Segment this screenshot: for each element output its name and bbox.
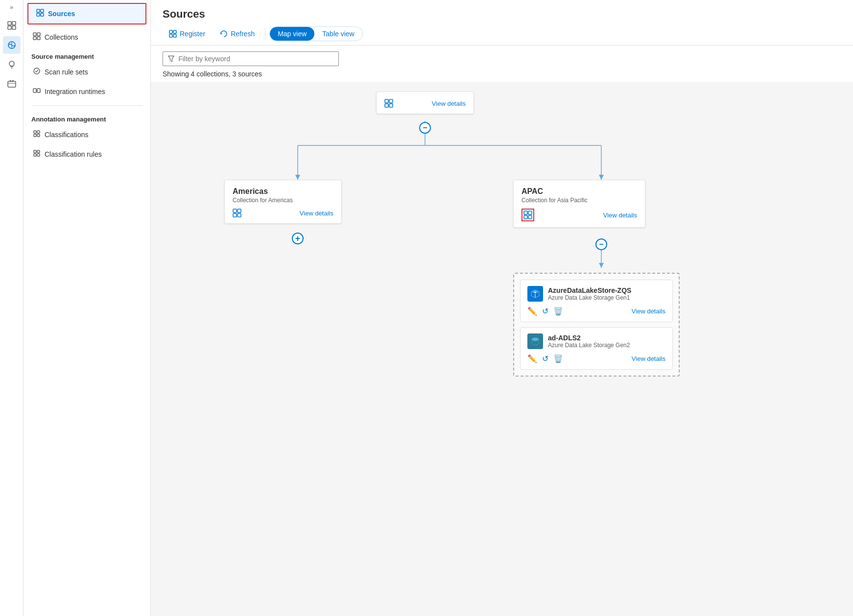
- filter-input[interactable]: [178, 55, 333, 63]
- svg-rect-11: [12, 80, 14, 82]
- americas-subtitle: Collection for Americas: [233, 197, 333, 204]
- sources-nav-icon: [36, 9, 44, 19]
- apac-subtitle: Collection for Asia Pacific: [521, 197, 637, 204]
- svg-rect-35: [173, 34, 176, 37]
- collections-nav-label: Collections: [45, 33, 78, 41]
- svg-marker-40: [295, 175, 300, 180]
- annotation-management-header: Annotation management: [24, 110, 150, 125]
- svg-rect-27: [37, 134, 40, 137]
- svg-rect-54: [528, 211, 532, 214]
- apac-collection-icon-selected: [521, 209, 534, 221]
- svg-rect-22: [37, 89, 40, 93]
- americas-view-details-link[interactable]: View details: [300, 210, 333, 217]
- integration-runtimes-label: Integration runtimes: [45, 88, 105, 95]
- americas-expand-button[interactable]: +: [292, 233, 304, 244]
- top-bar: Sources Register Refresh: [151, 0, 853, 46]
- sidebar-item-integration-runtimes[interactable]: Integration runtimes: [24, 82, 150, 101]
- main-content: Sources Register Refresh: [151, 0, 853, 616]
- adls1-scan-icon[interactable]: ↺: [542, 307, 548, 316]
- adls2-edit-icon[interactable]: ✏️: [527, 354, 537, 363]
- insights-nav-icon[interactable]: [3, 56, 21, 73]
- sidebar-item-collections[interactable]: Collections: [24, 27, 150, 47]
- collapse-rail-button[interactable]: »: [10, 4, 13, 11]
- adls2-view-details-link[interactable]: View details: [632, 355, 665, 362]
- svg-rect-55: [524, 215, 527, 219]
- svg-marker-36: [168, 56, 174, 61]
- americas-collection-icon: [233, 209, 241, 217]
- apac-title: APAC: [521, 187, 637, 196]
- svg-rect-25: [37, 131, 40, 133]
- root-view-details-link[interactable]: View details: [432, 100, 466, 107]
- classifications-icon: [33, 130, 41, 140]
- filter-icon: [168, 55, 174, 62]
- view-toggle: Map view Table view: [269, 26, 363, 41]
- sidebar-item-sources[interactable]: Sources: [28, 4, 145, 24]
- adls1-icon: [527, 286, 543, 302]
- svg-rect-21: [33, 89, 36, 93]
- sidebar-item-scan-rule-sets[interactable]: Scan rule sets: [24, 62, 150, 82]
- apac-view-details-link[interactable]: View details: [603, 212, 637, 219]
- scan-rule-sets-label: Scan rule sets: [45, 68, 88, 76]
- classifications-label: Classifications: [45, 131, 88, 139]
- svg-rect-31: [37, 154, 40, 156]
- refresh-button[interactable]: Refresh: [213, 26, 261, 41]
- source-item-adls2: ad-ADLS2 Azure Data Lake Storage Gen2 ✏️…: [520, 327, 673, 370]
- adls1-edit-icon[interactable]: ✏️: [527, 307, 537, 316]
- apac-collapse-button[interactable]: −: [595, 238, 607, 250]
- svg-rect-17: [37, 33, 40, 36]
- adls2-delete-icon[interactable]: 🗑️: [553, 354, 563, 363]
- register-button[interactable]: Register: [163, 26, 212, 41]
- register-label: Register: [180, 30, 205, 38]
- catalog-nav-icon[interactable]: [3, 17, 21, 34]
- svg-rect-2: [8, 26, 11, 29]
- table-view-button[interactable]: Table view: [314, 27, 362, 41]
- apac-collection-icon: [523, 211, 532, 219]
- map-view-button[interactable]: Map view: [270, 27, 314, 41]
- svg-rect-8: [8, 81, 16, 87]
- svg-rect-29: [37, 150, 40, 153]
- svg-rect-52: [237, 213, 241, 217]
- svg-rect-28: [34, 150, 36, 153]
- adls1-delete-icon[interactable]: 🗑️: [553, 307, 563, 316]
- svg-point-61: [532, 338, 539, 341]
- root-collapse-button[interactable]: −: [419, 122, 431, 134]
- sources-container: AzureDataLakeStore-ZQS Azure Data Lake S…: [513, 273, 680, 377]
- svg-marker-44: [599, 263, 604, 268]
- map-canvas[interactable]: View details − Americas Collection for A…: [151, 82, 853, 616]
- connector-svg: [151, 82, 853, 616]
- svg-rect-46: [389, 99, 393, 103]
- svg-rect-16: [33, 33, 36, 36]
- data-map-nav-icon[interactable]: [3, 36, 21, 54]
- integration-runtimes-icon: [33, 87, 41, 96]
- sidebar: Sources Collections Source management Sc…: [24, 0, 151, 616]
- adls2-scan-icon[interactable]: ↺: [542, 354, 548, 363]
- svg-rect-12: [37, 9, 40, 12]
- apac-collection-node: APAC Collection for Asia Pacific View de…: [513, 180, 645, 228]
- svg-rect-34: [169, 34, 172, 37]
- adls1-actions: ✏️ ↺ 🗑️: [527, 307, 563, 316]
- sources-nav-label: Sources: [48, 10, 75, 18]
- svg-rect-10: [10, 80, 11, 82]
- showing-text: Showing 4 collections, 3 sources: [151, 70, 853, 82]
- svg-rect-33: [173, 30, 176, 33]
- toolbar-divider: [265, 28, 265, 40]
- svg-rect-0: [8, 22, 11, 25]
- classification-rules-label: Classification rules: [45, 150, 102, 158]
- adls1-info: AzureDataLakeStore-ZQS Azure Data Lake S…: [548, 286, 631, 301]
- source-item-adls1: AzureDataLakeStore-ZQS Azure Data Lake S…: [520, 280, 673, 322]
- sidebar-item-classification-rules[interactable]: Classification rules: [24, 144, 150, 164]
- source-header-adls1: AzureDataLakeStore-ZQS Azure Data Lake S…: [527, 286, 665, 302]
- adls2-info: ad-ADLS2 Azure Data Lake Storage Gen2: [548, 334, 630, 349]
- svg-rect-45: [385, 99, 388, 103]
- adls1-footer: ✏️ ↺ 🗑️ View details: [527, 307, 665, 316]
- svg-rect-51: [233, 213, 237, 217]
- tools-nav-icon[interactable]: [3, 75, 21, 93]
- page-title: Sources: [163, 8, 841, 21]
- svg-rect-13: [41, 9, 44, 12]
- sidebar-item-classifications[interactable]: Classifications: [24, 125, 150, 144]
- adls1-view-details-link[interactable]: View details: [632, 308, 665, 315]
- collections-nav-icon: [33, 32, 41, 42]
- root-collection-icon: [384, 99, 393, 108]
- americas-title: Americas: [233, 187, 333, 196]
- toolbar: Register Refresh Map view Table view: [163, 26, 841, 41]
